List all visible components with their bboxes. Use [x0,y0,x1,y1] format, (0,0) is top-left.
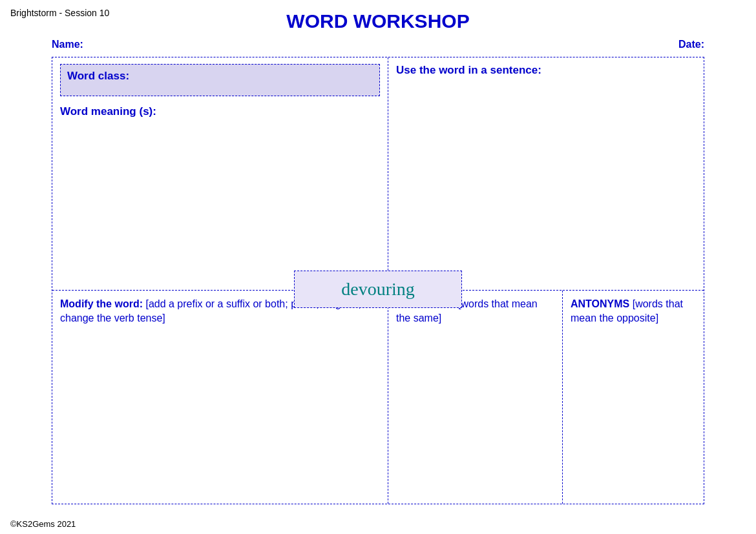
right-top-cell: Use the word in a sentence: [388,57,704,290]
center-word: devouring [341,279,415,299]
bottom-right-cell: ANTONYMS [words that mean the opposite] [563,291,704,504]
bottom-middle-cell: SYNONYMS [words that mean the same] [388,291,563,504]
modify-label-bold: Modify the word: [60,298,143,309]
bottom-section: Modify the word: [add a prefix or a suff… [52,291,704,504]
antonyms-bold: ANTONYMS [571,298,629,309]
use-sentence-label: Use the word in a sentence: [396,64,696,77]
word-meaning-label: Word meaning (s): [60,105,380,118]
center-word-container: devouring [294,271,462,308]
worksheet-container: Word class: Word meaning (s): Use the wo… [52,57,704,504]
word-class-label: Word class: [67,70,129,82]
date-label: Date: [678,39,704,50]
word-class-box[interactable]: Word class: [60,64,380,96]
bottom-left-cell: Modify the word: [add a prefix or a suff… [52,291,388,504]
page-title: WORD WORKSHOP [32,8,724,32]
footer: ©KS2Gems 2021 [10,519,76,529]
name-label: Name: [52,39,83,50]
left-top-cell: Word class: Word meaning (s): [52,57,388,290]
antonyms-label: ANTONYMS [words that mean the opposite] [571,297,696,326]
center-word-box: devouring [294,271,462,308]
top-section: Word class: Word meaning (s): Use the wo… [52,57,704,291]
session-title: Brightstorm - Session 10 [10,8,109,18]
